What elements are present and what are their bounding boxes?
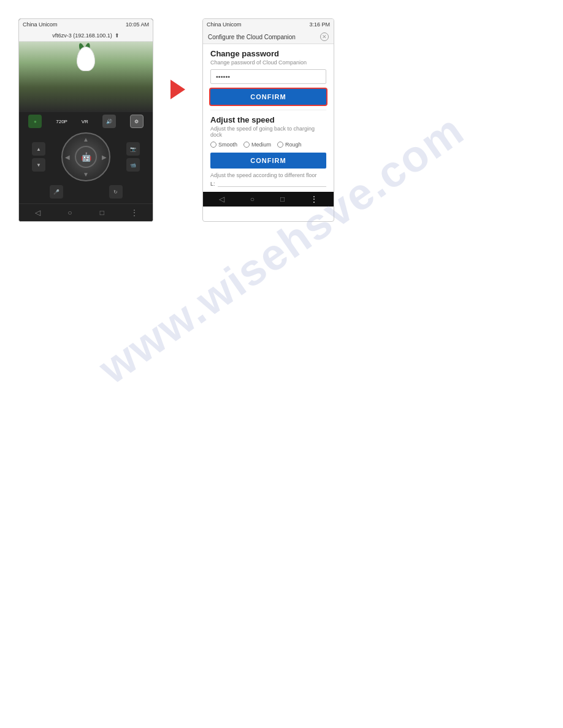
camera-btn[interactable]: 📷 (126, 142, 140, 156)
right-square-btn[interactable]: □ (280, 195, 285, 203)
adjust-speed-subtitle: Adjust the speed of going back to chargi… (210, 126, 326, 138)
resolution-tag[interactable]: 720P (56, 119, 67, 124)
square-nav-btn[interactable]: □ (96, 207, 108, 219)
right-nav-bar: ◁ ○ □ ⋮ (203, 192, 334, 207)
vr-tag[interactable]: VR (82, 119, 88, 124)
back-nav-btn[interactable]: ◁ (31, 207, 44, 219)
down-btn[interactable]: ▼ (32, 158, 45, 172)
video-btn[interactable]: 📹 (126, 158, 140, 172)
left-nav-bar: ◁ ○ □ ⋮ (19, 203, 153, 221)
joystick-area: ▲ ▼ ▲ ▼ ◀ ▶ 🤖 📷 📹 (21, 130, 150, 184)
menu-nav-btn[interactable]: ⋮ (128, 207, 140, 219)
floor-input-row: L: (210, 180, 326, 187)
smooth-label: Smooth (218, 142, 237, 148)
confirm-speed-btn[interactable]: CONFIRM (210, 153, 326, 169)
settings-btn[interactable]: ⚙ (130, 115, 144, 128)
pot-decoration (77, 47, 95, 71)
speed-radio-group: Smooth Medium Rough (210, 142, 326, 148)
camera-controls: ● 720P VR 🔊 ⚙ ▲ ▼ ▲ ▼ ◀ ▶ 🤖 (19, 112, 153, 203)
adjust-speed-title: Adjust the speed (210, 115, 326, 124)
up-btn[interactable]: ▲ (32, 142, 45, 156)
left-status-bar: China Unicom 10:05 AM (19, 19, 153, 30)
arrow-indicator (166, 80, 190, 99)
joystick-center[interactable]: 🤖 (75, 146, 97, 168)
smooth-radio-circle (210, 142, 216, 148)
left-phone: China Unicom 10:05 AM vft6zv-3 (192.168.… (18, 18, 153, 222)
change-password-subtitle: Change password of Cloud Companion (210, 59, 326, 66)
medium-radio[interactable]: Medium (243, 142, 271, 148)
left-time: 10:05 AM (126, 21, 149, 28)
confirm-password-btn[interactable]: CONFIRM (210, 89, 326, 105)
floor-label-l: L: (210, 181, 215, 187)
joystick-left-arrow: ◀ (65, 154, 70, 161)
confirm-speed-label: CONFIRM (250, 157, 286, 164)
status-indicator: ● (28, 115, 42, 128)
medium-radio-circle (243, 142, 250, 148)
medium-label: Medium (251, 142, 271, 148)
right-phone: China Unicom 3:16 PM Configure the Cloud… (202, 18, 334, 222)
ctrl-row-1: ● 720P VR 🔊 ⚙ (21, 115, 150, 128)
rough-radio-circle (277, 142, 283, 148)
joystick-down-arrow: ▼ (83, 171, 89, 178)
mic-btn[interactable]: 🎤 (50, 185, 63, 199)
camera-feed (19, 42, 153, 112)
left-title: vft6zv-3 (192.168.100.1) (52, 32, 112, 39)
rough-label: Rough (285, 142, 302, 148)
right-carrier: China Unicom (207, 21, 242, 28)
right-status-bar: China Unicom 3:16 PM (203, 19, 334, 30)
right-menu-btn[interactable]: ⋮ (310, 195, 318, 203)
right-back-btn[interactable]: ◁ (219, 195, 224, 203)
left-title-bar: vft6zv-3 (192.168.100.1) ⬆ (19, 30, 153, 42)
joystick-right-arrow: ▶ (102, 154, 107, 161)
rough-radio[interactable]: Rough (277, 142, 302, 148)
joystick[interactable]: ▲ ▼ ◀ ▶ 🤖 (61, 132, 110, 181)
joystick-up-arrow: ▲ (83, 136, 89, 143)
floor-input[interactable] (218, 180, 326, 187)
volume-btn[interactable]: 🔊 (102, 115, 116, 128)
smooth-radio[interactable]: Smooth (210, 142, 237, 148)
right-content: Change password Change password of Cloud… (203, 44, 334, 192)
right-time: 3:16 PM (309, 21, 330, 28)
section-divider (210, 110, 326, 110)
close-btn[interactable]: ✕ (320, 32, 329, 41)
arrow-right-icon (170, 80, 185, 99)
password-input[interactable] (210, 69, 326, 84)
right-title: Configure the Cloud Companion (208, 34, 296, 40)
confirm-password-label: CONFIRM (250, 93, 286, 100)
close-icon: ✕ (322, 34, 327, 40)
change-password-title: Change password (210, 49, 326, 58)
floor-subtitle: Adjust the speed according to different … (210, 172, 326, 178)
content-wrapper: China Unicom 10:05 AM vft6zv-3 (192.168.… (18, 18, 334, 222)
refresh-btn[interactable]: ↻ (109, 185, 123, 199)
right-home-btn[interactable]: ○ (250, 195, 255, 203)
home-nav-btn[interactable]: ○ (64, 207, 76, 219)
left-carrier: China Unicom (23, 21, 58, 28)
left-side-controls: ▲ ▼ (32, 142, 45, 172)
right-title-bar: Configure the Cloud Companion ✕ (203, 30, 334, 44)
share-icon[interactable]: ⬆ (115, 32, 120, 39)
right-side-controls: 📷 📹 (126, 142, 140, 172)
ctrl-bottom-row: 🎤 ↻ (21, 184, 150, 200)
